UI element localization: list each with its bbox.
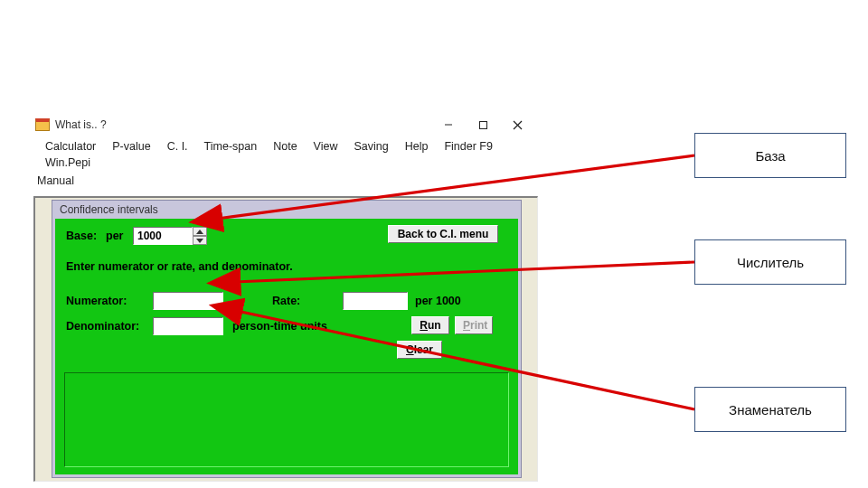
base-spinner[interactable] xyxy=(193,227,207,245)
clear-button[interactable]: Clear xyxy=(397,341,442,359)
menu-timespan[interactable]: Time-span xyxy=(196,138,266,155)
print-button[interactable]: Print xyxy=(455,316,493,334)
minimize-button[interactable] xyxy=(431,115,466,135)
svg-marker-4 xyxy=(196,230,203,234)
callout-base: База xyxy=(694,133,846,178)
run-button[interactable]: Run xyxy=(411,316,449,334)
form-area: Base: per Back to C.I. menu Enter numera… xyxy=(55,219,518,474)
denominator-input[interactable] xyxy=(153,317,223,335)
callout-numerator: Числитель xyxy=(694,239,846,285)
app-icon xyxy=(35,118,50,131)
per-label: per xyxy=(106,230,123,242)
maximize-button[interactable] xyxy=(466,115,500,135)
callout-numerator-label: Числитель xyxy=(737,255,804,270)
diagram-stage: What is.. ? Calculator P-value C. I. Tim… xyxy=(0,0,868,488)
callout-denominator-label: Знаменатель xyxy=(729,402,812,418)
spinner-up-icon[interactable] xyxy=(193,227,207,236)
denominator-suffix: person-time units xyxy=(232,320,327,333)
title-bar: What is.. ? xyxy=(32,115,538,135)
rate-suffix: per 1000 xyxy=(415,295,461,307)
denominator-label: Denominator: xyxy=(66,320,139,333)
menu-winpepi[interactable]: Win.Pepi xyxy=(37,155,99,171)
close-button[interactable] xyxy=(500,115,534,135)
menu-note[interactable]: Note xyxy=(265,138,305,155)
callout-base-label: База xyxy=(755,148,785,164)
rate-label: Rate: xyxy=(272,295,300,307)
numerator-input[interactable] xyxy=(153,292,223,310)
svg-marker-5 xyxy=(196,239,203,243)
base-input[interactable] xyxy=(133,227,193,245)
back-to-ci-menu-button[interactable]: Back to C.I. menu xyxy=(388,225,498,243)
output-area xyxy=(64,372,509,467)
menu-manual[interactable]: Manual xyxy=(37,173,533,189)
ci-panel: Confidence intervals Base: per Back to C… xyxy=(52,200,522,478)
window-title: What is.. ? xyxy=(55,118,107,131)
menu-view[interactable]: View xyxy=(306,138,346,155)
app-window: What is.. ? Calculator P-value C. I. Tim… xyxy=(32,115,538,482)
base-label: Base: xyxy=(66,230,97,242)
menu-saving[interactable]: Saving xyxy=(345,138,396,155)
client-area: Confidence intervals Base: per Back to C… xyxy=(33,196,538,482)
spinner-down-icon[interactable] xyxy=(193,236,207,245)
menu-pvalue[interactable]: P-value xyxy=(104,138,158,155)
instruction-text: Enter numerator or rate, and denominator… xyxy=(66,260,293,273)
menu-help[interactable]: Help xyxy=(397,138,437,155)
menu-finder[interactable]: Finder F9 xyxy=(436,138,501,155)
menu-bar: Calculator P-value C. I. Time-span Note … xyxy=(32,135,538,194)
callout-denominator: Знаменатель xyxy=(694,387,846,432)
numerator-label: Numerator: xyxy=(66,295,127,307)
menu-calculator[interactable]: Calculator xyxy=(37,138,104,155)
svg-rect-1 xyxy=(479,121,486,128)
menu-ci[interactable]: C. I. xyxy=(159,138,196,155)
rate-input[interactable] xyxy=(343,292,408,310)
panel-title: Confidence intervals xyxy=(60,203,158,216)
